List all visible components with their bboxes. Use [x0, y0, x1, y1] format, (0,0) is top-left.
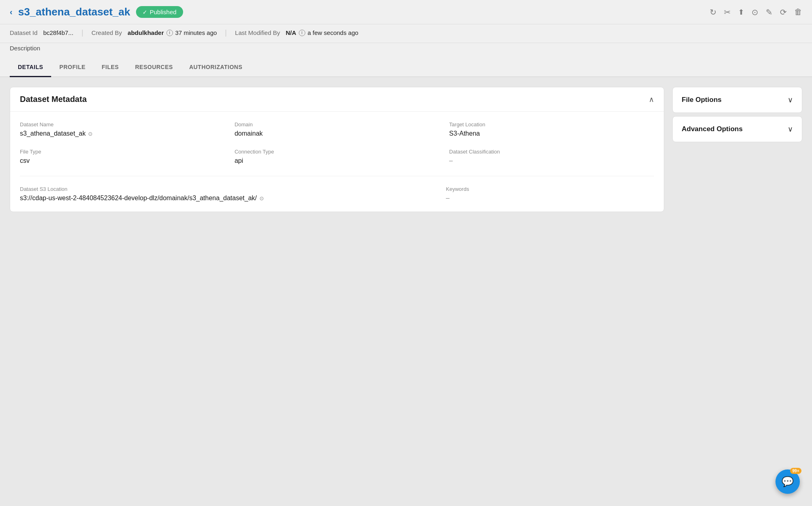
dataset-name-label: Dataset Name	[20, 121, 225, 128]
created-by-value: abdulkhader	[127, 29, 164, 36]
last-modified-info-icon[interactable]: i	[299, 30, 305, 36]
copy-s3-location-icon[interactable]: ⊙	[259, 195, 264, 201]
last-modified-item: Last Modified By N/A i a few seconds ago	[235, 29, 358, 36]
created-by-label: Created By	[91, 29, 122, 36]
target-location-value: S3-Athena	[449, 130, 480, 137]
domain-field: Domain domainak	[235, 121, 440, 137]
connection-type-label: Connection Type	[235, 149, 440, 155]
created-time: 37 minutes ago	[175, 29, 217, 36]
advanced-options-header[interactable]: Advanced Options ∨	[673, 117, 802, 142]
dataset-id-value: bc28f4b7...	[43, 29, 73, 36]
published-badge: ✓ Published	[136, 6, 183, 18]
created-by-info-icon[interactable]: i	[166, 30, 173, 36]
s3-location-label: Dataset S3 Location	[20, 186, 436, 192]
domain-label: Domain	[235, 121, 440, 128]
tab-resources[interactable]: RESOURCES	[127, 58, 181, 76]
metadata-card-title: Dataset Metadata	[20, 95, 87, 104]
tab-files[interactable]: FILES	[94, 58, 127, 76]
meta-bar: Dataset Id bc28f4b7... | Created By abdu…	[0, 24, 812, 43]
dataset-name-field: Dataset Name s3_athena_dataset_ak ⊙	[20, 121, 225, 137]
tab-details[interactable]: DETAILS	[10, 58, 51, 77]
scissors-icon[interactable]: ✂	[724, 7, 731, 17]
advanced-options-chevron-icon: ∨	[788, 125, 793, 134]
refresh-icon[interactable]: ↻	[710, 7, 717, 17]
tab-authorizations[interactable]: AUTHORIZATIONS	[181, 58, 251, 76]
file-type-value-row: csv	[20, 157, 225, 164]
dataset-title[interactable]: s3_athena_dataset_ak	[18, 6, 130, 18]
dataset-name-value: s3_athena_dataset_ak	[20, 130, 86, 137]
check-icon: ✓	[143, 9, 147, 15]
last-modified-value: N/A	[286, 29, 296, 36]
field-row-2: File Type csv Connection Type api Datase…	[20, 149, 654, 164]
toolbar: ↻ ✂ ⬆ ⊙ ✎ ⟳ 🗑	[710, 7, 802, 17]
chat-icon: 💬	[782, 476, 794, 487]
right-panel: File Options ∨ Advanced Options ∨	[672, 87, 802, 142]
target-location-field: Target Location S3-Athena	[449, 121, 654, 137]
last-modified-time: a few seconds ago	[308, 29, 358, 36]
copy-dataset-name-icon[interactable]: ⊙	[88, 131, 93, 137]
s3-location-field: Dataset S3 Location s3://cdap-us-west-2-…	[20, 186, 436, 202]
tabs-bar: DETAILS PROFILE FILES RESOURCES AUTHORIZ…	[0, 58, 812, 77]
top-bar: ‹ s3_athena_dataset_ak ✓ Published ↻ ✂ ⬆…	[0, 0, 812, 24]
domain-value: domainak	[235, 130, 263, 137]
main-content: Dataset Metadata ∧ Dataset Name s3_athen…	[0, 77, 812, 222]
divider-1: |	[82, 28, 84, 37]
dataset-name-value-row: s3_athena_dataset_ak ⊙	[20, 130, 225, 137]
file-type-value: csv	[20, 157, 30, 164]
domain-value-row: domainak	[235, 130, 440, 137]
dataset-id-item: Dataset Id bc28f4b7...	[10, 29, 73, 36]
metadata-body: Dataset Name s3_athena_dataset_ak ⊙ Doma…	[10, 112, 664, 212]
created-by-item: Created By abdulkhader i 37 minutes ago	[91, 29, 217, 36]
dataset-classification-value-row: –	[449, 157, 654, 164]
description-bar: Description	[0, 43, 812, 58]
chat-button[interactable]: 99+ 💬	[775, 469, 800, 494]
connection-type-value-row: api	[235, 157, 440, 164]
target-location-label: Target Location	[449, 121, 654, 128]
file-options-card: File Options ∨	[672, 87, 802, 113]
dataset-classification-value: –	[449, 157, 453, 164]
share-icon[interactable]: ⬆	[738, 8, 744, 17]
connection-type-field: Connection Type api	[235, 149, 440, 164]
s3-location-value-row: s3://cdap-us-west-2-484084523624-develop…	[20, 195, 436, 202]
keywords-label: Keywords	[446, 186, 654, 192]
last-modified-label: Last Modified By	[235, 29, 280, 36]
field-row-3: Dataset S3 Location s3://cdap-us-west-2-…	[20, 186, 654, 202]
delete-icon[interactable]: 🗑	[794, 7, 802, 17]
file-type-field: File Type csv	[20, 149, 225, 164]
keywords-value-row: –	[446, 195, 654, 202]
chat-badge: 99+	[790, 468, 801, 474]
metadata-header: Dataset Metadata ∧	[10, 87, 664, 112]
top-bar-left: ‹ s3_athena_dataset_ak ✓ Published	[10, 6, 183, 18]
advanced-options-card: Advanced Options ∨	[672, 116, 802, 142]
advanced-options-title: Advanced Options	[682, 125, 743, 133]
collapse-icon[interactable]: ∧	[649, 95, 654, 104]
target-location-value-row: S3-Athena	[449, 130, 654, 137]
file-options-title: File Options	[682, 96, 721, 104]
history-icon[interactable]: ⟳	[780, 7, 787, 17]
s3-location-value: s3://cdap-us-west-2-484084523624-develop…	[20, 195, 257, 202]
file-type-label: File Type	[20, 149, 225, 155]
dataset-id-label: Dataset Id	[10, 29, 37, 36]
file-options-header[interactable]: File Options ∨	[673, 87, 802, 112]
metadata-card: Dataset Metadata ∧ Dataset Name s3_athen…	[10, 87, 664, 212]
dataset-classification-field: Dataset Classification –	[449, 149, 654, 164]
dataset-classification-label: Dataset Classification	[449, 149, 654, 155]
keywords-value: –	[446, 195, 449, 202]
back-button[interactable]: ‹	[10, 7, 13, 17]
tab-profile[interactable]: PROFILE	[51, 58, 93, 76]
field-row-1: Dataset Name s3_athena_dataset_ak ⊙ Doma…	[20, 121, 654, 137]
section-divider	[20, 176, 654, 176]
divider-2: |	[225, 28, 227, 37]
edit-icon[interactable]: ✎	[766, 7, 773, 17]
keywords-field: Keywords –	[446, 186, 654, 202]
description-label: Description	[10, 45, 40, 52]
connection-type-value: api	[235, 157, 243, 164]
published-label: Published	[150, 9, 177, 15]
file-options-chevron-icon: ∨	[788, 95, 793, 104]
left-panel: Dataset Metadata ∧ Dataset Name s3_athen…	[10, 87, 664, 212]
search-icon[interactable]: ⊙	[752, 7, 758, 17]
